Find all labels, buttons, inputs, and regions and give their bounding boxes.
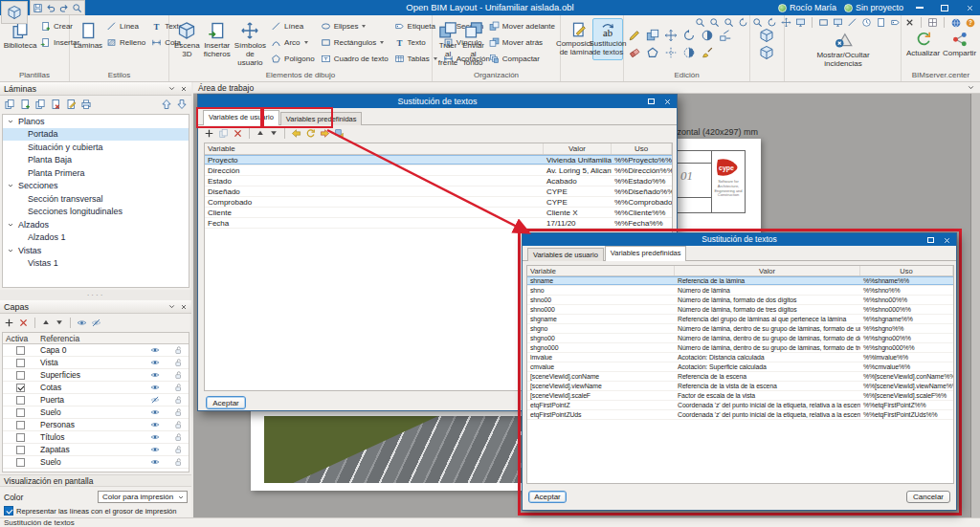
move-down-icon[interactable]: [176, 99, 188, 110]
table-row[interactable]: ProyectoVivienda Unifamiliar%%Proyecto%%: [205, 155, 672, 165]
line-thickness-option[interactable]: Representar las líneas con el grosor de …: [4, 506, 189, 516]
compartir-button[interactable]: Compartir: [942, 28, 978, 61]
layer-row[interactable]: Capa 0: [3, 344, 189, 357]
tree-group-secciones[interactable]: Secciones: [3, 180, 189, 193]
monitor-button[interactable]: [832, 16, 844, 29]
redraw-button[interactable]: [737, 16, 749, 29]
add-sheet-group-icon[interactable]: [4, 99, 15, 110]
mover-atras-button[interactable]: Mover atrás: [486, 34, 558, 51]
table-row[interactable]: EstadoAcabado%%Estado%%: [205, 176, 672, 187]
sustitucion-textos-button[interactable]: Sustitución de textos: [592, 18, 623, 60]
clock-button[interactable]: [860, 16, 873, 29]
dialog-maximize-button[interactable]: [645, 97, 657, 106]
layer-active-checkbox[interactable]: [16, 346, 25, 355]
layer-active-checkbox[interactable]: [16, 408, 25, 417]
print-icon[interactable]: [80, 99, 92, 110]
tree-group-alzados[interactable]: Alzados: [3, 218, 189, 231]
sheet-view-button[interactable]: [875, 16, 887, 29]
delete-sheet-icon[interactable]: [50, 99, 61, 110]
panel-splitter[interactable]: ····: [0, 290, 191, 300]
tree-item-portada[interactable]: Portada: [3, 128, 189, 142]
delete-variable-icon[interactable]: [233, 128, 243, 139]
export-variables-icon[interactable]: [320, 128, 330, 139]
edit-button[interactable]: [627, 28, 642, 43]
bimserver-web-button[interactable]: [949, 16, 962, 29]
tab-variables-usuario[interactable]: Variables de usuario: [527, 248, 604, 261]
linea-button[interactable]: Línea: [268, 18, 318, 34]
orbit-button[interactable]: [766, 16, 778, 29]
pan-button[interactable]: [780, 16, 792, 29]
flag-button[interactable]: [889, 16, 902, 29]
stretch-button[interactable]: [663, 45, 679, 60]
save-button[interactable]: [33, 2, 44, 14]
aceptar-button[interactable]: Aceptar: [528, 491, 567, 503]
aceptar-button[interactable]: Aceptar: [206, 396, 246, 409]
layer-active-checkbox[interactable]: [16, 458, 25, 467]
section-plane-button[interactable]: [846, 16, 858, 29]
eye-off-icon[interactable]: [150, 395, 160, 405]
compactar-button[interactable]: Compactar: [486, 51, 558, 67]
panel-collapse-icon[interactable]: [167, 302, 176, 311]
layer-row[interactable]: Vista: [3, 357, 189, 369]
layer-row[interactable]: Cotas: [3, 382, 189, 394]
move-up-icon[interactable]: [161, 99, 172, 110]
panel-close-icon[interactable]: [180, 303, 188, 311]
estilo-linea-button[interactable]: Línea: [103, 18, 148, 34]
copy-button[interactable]: [645, 28, 660, 43]
move-up-icon[interactable]: [41, 318, 51, 327]
layer-active-checkbox[interactable]: [16, 384, 25, 392]
view-3d-wire-button[interactable]: [759, 45, 774, 60]
window-layout-button[interactable]: [926, 16, 939, 29]
dialog-titlebar[interactable]: Sustitución de textos: [198, 95, 677, 108]
eye-icon[interactable]: [150, 407, 160, 417]
rectangulos-button[interactable]: Rectángulos: [318, 34, 391, 51]
invert-button[interactable]: [681, 45, 697, 60]
layer-row[interactable]: Zapatas: [3, 444, 189, 456]
table-row[interactable]: etqFirstPointZCoordenada 'z' del punto i…: [527, 401, 953, 410]
layer-active-checkbox[interactable]: [16, 359, 25, 367]
tree-item-situacion[interactable]: Situación y cubierta: [3, 141, 189, 154]
lock-icon[interactable]: [173, 345, 183, 355]
redo-button[interactable]: [58, 2, 70, 14]
bimserver-user[interactable]: Rocío María: [778, 3, 836, 12]
eye-icon[interactable]: [150, 445, 160, 454]
table-row[interactable]: ClienteCliente X%%Cliente%%: [205, 208, 672, 218]
mirror-button[interactable]: [700, 28, 715, 43]
layer-active-checkbox[interactable]: [16, 433, 25, 442]
maximize-button[interactable]: [936, 1, 953, 14]
tab-variables-predefinidas[interactable]: Variables predefinidas: [280, 112, 363, 125]
match-properties-button[interactable]: [700, 45, 715, 60]
estilo-relleno-button[interactable]: Relleno: [103, 34, 148, 51]
actualizar-button[interactable]: Actualizar: [905, 28, 942, 61]
move-up-icon[interactable]: [256, 128, 265, 138]
import-variables-icon[interactable]: [291, 128, 301, 139]
hide-all-layers-icon[interactable]: [91, 318, 101, 328]
color-select[interactable]: Color para impresión: [98, 491, 188, 503]
lock-icon[interactable]: [173, 445, 183, 454]
tab-variables-predefinidas[interactable]: Variables predefinidas: [605, 246, 687, 261]
table-row[interactable]: cmvalueAcotación: Superficie calculada%%…: [527, 362, 953, 372]
table-row[interactable]: shgno00Número de lámina, dentro de su gr…: [527, 334, 953, 343]
zoom-previous-button[interactable]: [694, 16, 706, 29]
escena-3d-button[interactable]: Escena 3D: [172, 18, 202, 62]
table-row[interactable]: shnoNúmero de lámina%%shno%%: [527, 286, 953, 296]
poligono-button[interactable]: Polígono: [268, 51, 318, 67]
tree-item-planta-primera[interactable]: Planta Primera: [3, 166, 189, 180]
lock-icon[interactable]: [173, 370, 183, 380]
eye-icon[interactable]: [150, 383, 160, 392]
tree-item-vistas-1[interactable]: Vistas 1: [3, 257, 189, 271]
tree-group-vistas[interactable]: Vistas: [3, 244, 189, 257]
bimserver-project[interactable]: Sin proyecto: [844, 3, 903, 12]
estilo-laminas-button[interactable]: Láminas: [73, 18, 103, 54]
erase-button[interactable]: [627, 45, 642, 60]
layer-row[interactable]: Puerta: [3, 394, 189, 406]
lock-icon[interactable]: [173, 383, 183, 392]
frame-button[interactable]: [817, 16, 830, 29]
tree-item-secciones-longitudinales[interactable]: Secciones longitudinales: [3, 206, 189, 219]
tab-variables-usuario[interactable]: Variables de usuario: [203, 110, 279, 125]
eye-icon[interactable]: [150, 358, 160, 367]
minimize-button[interactable]: [911, 1, 928, 14]
eye-icon[interactable]: [150, 432, 160, 442]
layer-row[interactable]: Suelo: [3, 406, 189, 419]
copy-variable-icon[interactable]: [218, 128, 229, 139]
